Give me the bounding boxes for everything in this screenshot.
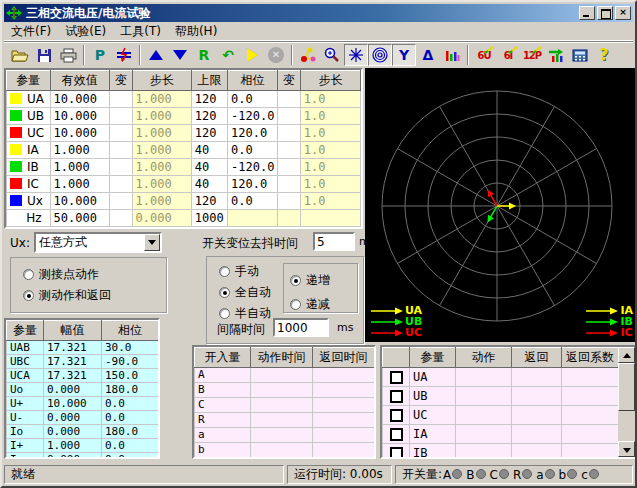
vary-cell[interactable] (109, 210, 132, 227)
vary-cell[interactable] (277, 108, 300, 125)
step-cell[interactable]: 1.0 (300, 125, 360, 142)
vary-cell[interactable] (109, 159, 132, 176)
step-cell[interactable]: 1.000 (132, 193, 191, 210)
step-cell[interactable]: 1.000 (132, 91, 191, 108)
close-button[interactable]: × (615, 6, 631, 20)
decrease-button[interactable] (168, 44, 192, 66)
phase-setting-button[interactable] (112, 44, 136, 66)
stop-button[interactable]: ✕ (264, 44, 288, 66)
vary-cell[interactable] (277, 142, 300, 159)
step-cell[interactable]: 1.0 (300, 142, 360, 159)
rms-cell[interactable]: 1.000 (50, 159, 109, 176)
calculator-button[interactable] (568, 44, 592, 66)
step-cell[interactable]: 0.000 (132, 210, 191, 227)
vary-cell[interactable] (109, 193, 132, 210)
vary-cell[interactable] (109, 142, 132, 159)
save-button[interactable] (32, 44, 56, 66)
rms-cell[interactable]: 10.000 (50, 108, 109, 125)
menu-tools[interactable]: 工具(T) (113, 21, 168, 42)
rms-cell[interactable]: 10.000 (50, 125, 109, 142)
step-cell[interactable]: 1.000 (132, 108, 191, 125)
scroll-thumb[interactable] (618, 363, 635, 411)
radio-increase[interactable]: 递增 (290, 272, 357, 289)
rms-cell[interactable]: 10.000 (50, 91, 109, 108)
vary-cell[interactable] (277, 159, 300, 176)
polar-view-button[interactable] (368, 44, 392, 66)
step-cell[interactable]: 1.0 (300, 108, 360, 125)
limit-cell[interactable]: 120 (191, 91, 227, 108)
vary-cell[interactable] (109, 176, 132, 193)
rays-view-button[interactable] (344, 44, 368, 66)
scroll-up-button[interactable] (618, 347, 635, 363)
limit-cell[interactable]: 120 (191, 125, 227, 142)
phase-cell[interactable]: 120.0 (228, 176, 278, 193)
menu-help[interactable]: 帮助(H) (168, 21, 224, 42)
rms-cell[interactable]: 50.000 (50, 210, 109, 227)
rms-cell[interactable]: 1.000 (50, 176, 109, 193)
phase-cell[interactable]: 0.0 (228, 193, 278, 210)
open-button[interactable] (8, 44, 32, 66)
delta-view-button[interactable]: Δ (416, 44, 440, 66)
checkbox[interactable] (390, 390, 403, 403)
menu-test[interactable]: 试验(E) (58, 21, 113, 42)
start-button[interactable] (240, 44, 264, 66)
chevron-down-icon[interactable] (144, 234, 160, 251)
help-button[interactable]: ? (592, 44, 616, 66)
vary-cell[interactable] (277, 193, 300, 210)
phase-cell[interactable]: 0.0 (228, 142, 278, 159)
step-cell[interactable]: 1.0 (300, 193, 360, 210)
rms-cell[interactable]: 10.000 (50, 193, 109, 210)
edit-6u-button[interactable]: 6U (472, 44, 496, 66)
step-cell[interactable]: 1.000 (132, 159, 191, 176)
vary-cell[interactable] (277, 176, 300, 193)
step-cell[interactable]: 1.000 (132, 125, 191, 142)
step-cell[interactable]: 1.0 (300, 159, 360, 176)
undo-button[interactable]: ↶ (216, 44, 240, 66)
radio-detect-action-return[interactable]: 测动作和返回 (23, 287, 166, 304)
edit-12p-button[interactable]: 12P (520, 44, 544, 66)
limit-cell[interactable]: 40 (191, 159, 227, 176)
vary-cell[interactable] (109, 91, 132, 108)
menu-file[interactable]: 文件(F) (4, 21, 58, 42)
phase-cell[interactable]: 0.0 (228, 91, 278, 108)
limit-cell[interactable]: 1000 (191, 210, 227, 227)
radio-detect-action[interactable]: 测接点动作 (23, 266, 166, 283)
checkbox[interactable] (390, 409, 403, 422)
ux-mode-combo[interactable]: 任意方式 (34, 232, 162, 253)
harmonics-button[interactable] (440, 44, 464, 66)
limit-cell[interactable]: 40 (191, 176, 227, 193)
limit-cell[interactable]: 120 (191, 108, 227, 125)
output-button[interactable] (544, 44, 568, 66)
wye-view-button[interactable]: Y (392, 44, 416, 66)
step-cell[interactable]: 1.0 (300, 176, 360, 193)
scrollbar[interactable] (618, 347, 635, 457)
step-cell[interactable]: 1.0 (300, 91, 360, 108)
increase-button[interactable] (144, 44, 168, 66)
limit-cell[interactable]: 40 (191, 142, 227, 159)
reset-button[interactable]: R (192, 44, 216, 66)
param-setting-button[interactable]: P (88, 44, 112, 66)
vary-cell[interactable] (277, 125, 300, 142)
scroll-down-button[interactable] (618, 441, 635, 457)
phase-cell[interactable]: 120.0 (228, 125, 278, 142)
vary-cell[interactable] (109, 125, 132, 142)
print-button[interactable] (56, 44, 80, 66)
vary-cell[interactable] (277, 91, 300, 108)
step-cell[interactable]: 1.000 (132, 176, 191, 193)
radio-decrease[interactable]: 递减 (290, 296, 357, 313)
phase-cell[interactable]: -120.0 (228, 108, 278, 125)
checkbox[interactable] (390, 428, 403, 441)
maximize-button[interactable] (597, 6, 613, 20)
step-cell[interactable]: 1.000 (132, 142, 191, 159)
vector-button[interactable] (296, 44, 320, 66)
interval-input[interactable] (273, 318, 329, 337)
zoom-button[interactable] (320, 44, 344, 66)
minimize-button[interactable] (579, 6, 595, 20)
checkbox[interactable] (390, 447, 403, 459)
checkbox[interactable] (390, 371, 403, 384)
phase-cell[interactable]: -120.0 (228, 159, 278, 176)
debounce-input[interactable] (313, 232, 355, 251)
rms-cell[interactable]: 1.000 (50, 142, 109, 159)
limit-cell[interactable]: 120 (191, 193, 227, 210)
edit-6i-button[interactable]: 6I (496, 44, 520, 66)
